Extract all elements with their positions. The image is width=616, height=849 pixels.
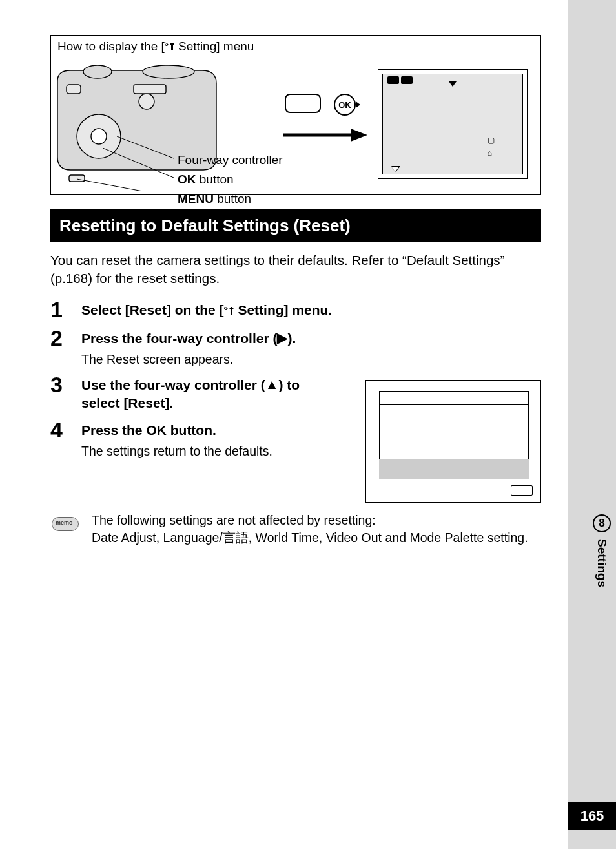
step-number: 4 (50, 417, 67, 458)
lcd-bottom-arrow-icon (391, 167, 399, 172)
ok-badge-text: OK (338, 100, 351, 110)
label-menu-bold: MENU (178, 192, 214, 205)
svg-rect-7 (67, 85, 81, 94)
howto-box: How to display the [ Setting] menu (50, 35, 541, 195)
step-number: 3 (50, 372, 67, 413)
step-1-title: Select [Reset] on the [ Setting] menu. (81, 301, 541, 319)
memo-icon: memo (50, 512, 81, 535)
howto-labels: Four-way controller OK button MENU butto… (178, 151, 283, 209)
chapter-number-badge: 8 (593, 514, 611, 532)
menu-button-graphic (285, 94, 321, 113)
svg-point-6 (139, 94, 154, 109)
preview-ok-tab (511, 485, 533, 496)
arrow-right-icon (283, 127, 367, 143)
howto-title-prefix: How to display the [ (57, 39, 165, 53)
step-number: 2 (50, 326, 67, 366)
page-margin-gray (568, 0, 616, 849)
cjk-language-glyph: 言語 (223, 530, 249, 545)
ok-button-graphic: OK (334, 94, 356, 116)
svg-rect-16 (229, 308, 233, 309)
svg-point-5 (91, 129, 107, 144)
side-chapter-tab: 8 Settings (588, 508, 616, 596)
howto-title: How to display the [ Setting] menu (57, 39, 534, 54)
label-fourway: Four-way controller (178, 151, 283, 170)
preview-title-row (379, 391, 529, 405)
label-ok: OK button (178, 170, 283, 189)
svg-point-3 (143, 65, 194, 78)
label-ok-bold: OK (178, 173, 196, 186)
reset-screen-preview (365, 380, 541, 503)
setting-tool-icon (224, 306, 234, 316)
up-arrow-glyph: ▲ (265, 375, 279, 393)
right-arrow-glyph: ▶ (277, 329, 287, 347)
step-2-title: Press the four-way controller (▶). (81, 330, 541, 348)
step-4-sub: The settings return to the defaults. (81, 444, 327, 459)
svg-rect-9 (69, 175, 85, 182)
step-3-title: Use the four-way controller (▲) to selec… (81, 376, 327, 413)
page-number: 165 (568, 802, 616, 830)
step-2: 2 Press the four-way controller (▶). The… (50, 326, 541, 366)
page-content: How to display the [ Setting] menu (50, 35, 541, 547)
step-4-title: Press the OK button. (81, 421, 327, 439)
memo-text: The following settings are not affected … (92, 512, 528, 547)
preview-highlight-bar (379, 459, 529, 479)
svg-rect-1 (170, 43, 174, 45)
svg-line-12 (77, 179, 174, 191)
memo-line-1: The following settings are not affected … (92, 512, 528, 529)
setting-tool-icon (165, 41, 175, 52)
memo-row: memo The following settings are not affe… (50, 512, 541, 547)
step-number: 1 (50, 297, 67, 320)
svg-point-2 (83, 65, 112, 78)
lcd-down-arrow-icon (449, 81, 457, 87)
section-heading: Resetting to Default Settings (Reset) (50, 209, 541, 242)
step-2-sub: The Reset screen appears. (81, 352, 541, 367)
chapter-label: Settings (595, 539, 609, 587)
intro-paragraph: You can reset the camera settings to the… (50, 251, 541, 287)
label-ok-rest: button (196, 173, 234, 186)
svg-marker-14 (351, 129, 367, 142)
label-menu-rest: button (214, 192, 251, 205)
memo-line-2: Date Adjust, Language/言語, World Time, Vi… (92, 529, 528, 547)
lcd-square-icon: ▢ (488, 136, 495, 145)
lcd-screen-graphic: ▢ ⌂ (378, 69, 528, 179)
howto-inner: Four-way controller OK button MENU butto… (57, 58, 534, 187)
svg-rect-8 (134, 85, 166, 94)
howto-title-suffix: Setting] menu (175, 39, 254, 53)
lcd-tab-icons (387, 76, 413, 84)
step-1: 1 Select [Reset] on the [ Setting] menu. (50, 297, 541, 320)
ok-bold: OK (146, 423, 167, 437)
label-menu: MENU button (178, 189, 283, 209)
lcd-home-icon: ⌂ (488, 149, 492, 158)
